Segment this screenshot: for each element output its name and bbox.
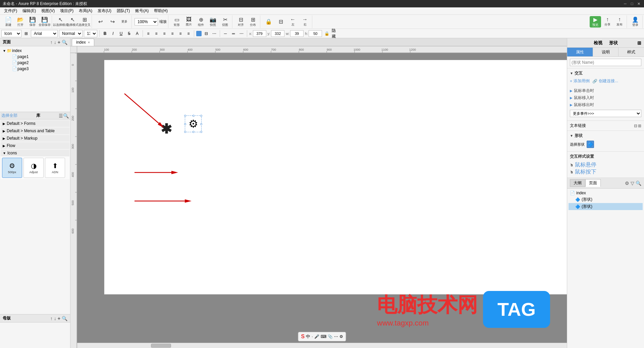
- tab-notes[interactable]: 说明: [593, 48, 619, 56]
- input-zh-icon[interactable]: 中: [306, 334, 310, 340]
- maximize-btn[interactable]: □: [629, 1, 635, 6]
- outline-shape2[interactable]: 🔷 (形状): [569, 203, 643, 210]
- menu-layout[interactable]: 布局(A): [76, 7, 95, 14]
- publish-btn[interactable]: ↑发布: [614, 16, 625, 28]
- login-btn[interactable]: 👤登录: [630, 16, 641, 28]
- distribute-btn[interactable]: ⊞分布: [247, 16, 259, 28]
- lock-size-btn[interactable]: 🔒: [323, 30, 330, 37]
- handle-br[interactable]: [200, 131, 202, 133]
- align-top-btn[interactable]: ≡: [169, 30, 176, 37]
- cursor-down-link[interactable]: 鼠标按下: [575, 168, 596, 176]
- font-style-select[interactable]: Normal Bold Italic: [59, 30, 83, 37]
- share-btn[interactable]: ↑分享: [602, 16, 613, 28]
- canvas[interactable]: ✱: [77, 53, 567, 341]
- create-link-btn[interactable]: 🔗 创建连接...: [592, 78, 618, 84]
- hidden-btn[interactable]: 隐藏: [331, 30, 338, 37]
- add-case-btn[interactable]: + 添加用例: [570, 78, 590, 84]
- gear-shape[interactable]: ⚙: [185, 115, 202, 132]
- input-key-icon[interactable]: ⌨: [321, 334, 326, 339]
- cut-order-btn[interactable]: ⊟: [275, 16, 286, 28]
- outline-index[interactable]: 📄 index: [569, 190, 643, 196]
- close-btn[interactable]: ✕: [636, 1, 641, 6]
- widget-btn[interactable]: ⊕组件: [195, 16, 207, 28]
- lib-item-adjust[interactable]: ◑ Adjust: [23, 158, 44, 178]
- handle-tm[interactable]: [193, 115, 195, 117]
- lib-group-markup-header[interactable]: ▶ Default > Markup: [1, 135, 69, 142]
- menu-account[interactable]: 账号(A): [132, 7, 151, 14]
- save-all-btn[interactable]: 💾全部保存: [39, 16, 50, 28]
- pos-right-btn[interactable]: →右: [299, 16, 311, 28]
- widget-style-btn[interactable]: ⊞: [23, 30, 30, 37]
- fill-color-btn[interactable]: [196, 31, 202, 36]
- font-color-btn[interactable]: A: [134, 30, 141, 37]
- menu-team[interactable]: 团队(T): [114, 7, 132, 14]
- redo-btn[interactable]: ↪: [107, 16, 118, 28]
- preview-btn[interactable]: ▶预览: [590, 16, 601, 28]
- menu-file[interactable]: 文件(F): [1, 7, 20, 14]
- more-events-btn[interactable]: 更多事件>>>: [570, 110, 641, 117]
- select-mode-btn[interactable]: ↖以选择模式: [55, 16, 66, 28]
- pos-left-btn[interactable]: ←左: [287, 16, 299, 28]
- library-menu-icon[interactable]: ☰: [59, 113, 63, 118]
- tab-index-close[interactable]: ×: [88, 40, 90, 44]
- input-dot-icon[interactable]: ·: [312, 334, 313, 339]
- lock-btn[interactable]: 🔒: [263, 16, 274, 28]
- handle-bm[interactable]: [193, 131, 195, 133]
- pages-add-icon[interactable]: +: [58, 40, 60, 45]
- stroke-color-btn[interactable]: ⊟: [203, 30, 210, 37]
- pages-move-down-icon[interactable]: ↓: [54, 40, 56, 45]
- strikethrough-btn[interactable]: S̶: [126, 30, 132, 37]
- library-search-icon[interactable]: 🔍: [63, 113, 69, 118]
- new-btn[interactable]: 📄新建: [3, 16, 14, 28]
- menu-view[interactable]: 视图(V): [39, 7, 57, 14]
- shape-arrow[interactable]: ▼: [570, 134, 573, 138]
- image-btn[interactable]: 🖼图片: [183, 16, 195, 28]
- handle-tr[interactable]: [200, 115, 202, 117]
- select-mode2-btn[interactable]: ↖选择模式: [67, 16, 78, 28]
- handle-mr[interactable]: [200, 123, 202, 125]
- scrollbar-bottom[interactable]: [77, 343, 567, 348]
- right-panel-expand-icon[interactable]: ⊞: [637, 40, 641, 46]
- input-settings-icon[interactable]: ⚙: [339, 334, 343, 339]
- input-s-icon[interactable]: S: [301, 334, 305, 340]
- align-bottom-btn[interactable]: ≡: [185, 30, 192, 37]
- masters-move-up-icon[interactable]: ↑: [50, 316, 53, 321]
- outline-search-icon[interactable]: 🔍: [636, 181, 641, 186]
- handle-tl[interactable]: [184, 115, 186, 117]
- shape-name-input[interactable]: [570, 59, 641, 66]
- menu-publish[interactable]: 发布(U): [95, 7, 114, 14]
- pages-search-icon[interactable]: 🔍: [62, 40, 67, 45]
- underline-btn[interactable]: U: [118, 30, 124, 37]
- interaction-arrow[interactable]: ▼: [570, 71, 573, 75]
- line-style-btn[interactable]: ─: [222, 30, 229, 37]
- x-input[interactable]: [253, 30, 266, 37]
- save-btn[interactable]: 💾保存: [27, 16, 38, 28]
- align-center-btn[interactable]: ≡: [153, 30, 160, 37]
- canvas-container[interactable]: 100 200 300 400 500 600 700 800: [70, 46, 567, 348]
- tab-style[interactable]: 样式: [619, 48, 644, 56]
- handle-bl[interactable]: [184, 131, 186, 133]
- bold-btn[interactable]: B: [102, 30, 108, 37]
- align-btn[interactable]: ⊟对齐: [235, 16, 247, 28]
- page-page1[interactable]: 📄 page1: [1, 54, 69, 60]
- italic-btn[interactable]: I: [110, 30, 116, 37]
- tab-index[interactable]: index ×: [72, 39, 94, 46]
- zoom-select[interactable]: 100% 75% 50% 150% 200%: [135, 18, 158, 26]
- input-mic-icon[interactable]: 🎤: [314, 334, 319, 339]
- cursor-hover-link[interactable]: 鼠标悬停: [575, 161, 596, 168]
- align-left-btn[interactable]: ≡: [145, 30, 152, 37]
- select-cross-btn[interactable]: ⊞选择交叉: [79, 16, 90, 28]
- lib-group-icons-header[interactable]: ▼ Icons: [1, 150, 69, 156]
- input-more-icon[interactable]: ⋯: [334, 334, 338, 339]
- pages-move-up-icon[interactable]: ↑: [50, 40, 53, 45]
- text-link-icon1[interactable]: ⊟: [634, 123, 637, 128]
- tab-outline[interactable]: 大纲: [570, 179, 585, 187]
- input-clip-icon[interactable]: 📎: [328, 334, 333, 339]
- align-middle-btn[interactable]: ≡: [177, 30, 184, 37]
- outline-settings-icon[interactable]: ⚙: [625, 181, 629, 186]
- outline-shape1[interactable]: 🔷 (形状): [569, 196, 643, 203]
- page-index[interactable]: ▼ 📁 index: [1, 48, 69, 54]
- open-btn[interactable]: 📂打开: [15, 16, 26, 28]
- more-btn[interactable]: 更多: [119, 16, 130, 28]
- minimize-btn[interactable]: ─: [623, 1, 628, 6]
